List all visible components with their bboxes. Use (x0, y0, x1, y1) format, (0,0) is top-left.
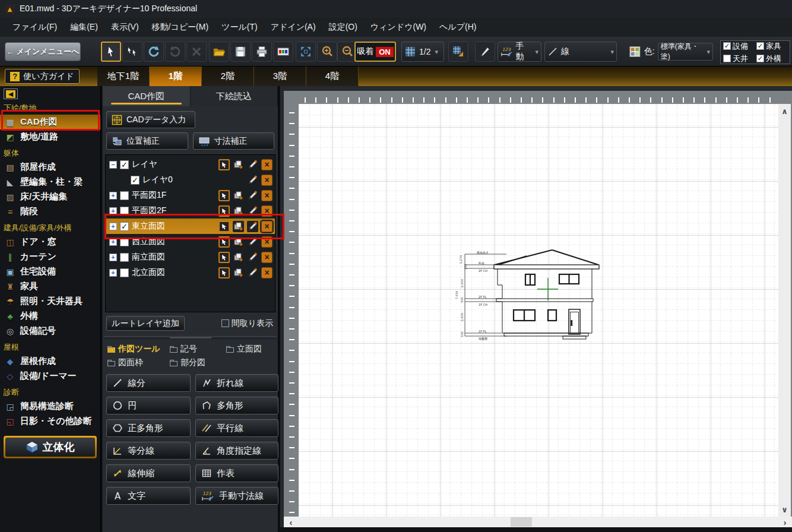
tool-manual-dimension[interactable]: 123手動寸法線 (195, 487, 278, 505)
sidebar-item-setsubi-kigo[interactable]: ◎設備記号 (0, 324, 100, 338)
layer-copy-icon[interactable] (233, 221, 244, 232)
sidebar-item-cad-sakuzu[interactable]: ▦CAD作図 (0, 115, 100, 129)
sidebar-item-kaidan[interactable]: ≡階段 (0, 204, 100, 219)
grid-scale-dropdown[interactable]: 1/2 ▾ (401, 42, 444, 62)
tab-shitae-yomikomi[interactable]: 下絵読込 (191, 86, 278, 106)
sidebar-item-shomei[interactable]: ☂照明・天井器具 (0, 294, 100, 309)
layer-delete-icon[interactable]: × (261, 221, 273, 232)
tool-polygon[interactable]: 多角形 (195, 397, 278, 414)
layer-delete-icon[interactable]: × (261, 159, 273, 170)
layer-copy-icon[interactable] (233, 267, 244, 278)
layer-edit-icon[interactable] (247, 252, 258, 263)
menu-help[interactable]: ヘルプ(H) (433, 20, 483, 35)
layer-select-icon[interactable] (218, 190, 230, 201)
check-kagu[interactable]: ✓家具 (756, 41, 790, 52)
line-type-dropdown[interactable]: 線 ▾ (544, 42, 617, 62)
horizontal-scrollbar[interactable]: ‹ › (284, 517, 792, 527)
add-root-layer-button[interactable]: ルートレイヤ追加 (106, 316, 185, 331)
layer-copy-icon[interactable] (233, 159, 244, 170)
expand-toggle-icon[interactable]: + (109, 223, 117, 230)
undo-button[interactable] (144, 42, 164, 62)
snap-toggle-button[interactable]: 吸着 ON (354, 42, 396, 62)
fit-view-button[interactable] (296, 42, 316, 62)
select-tool-button[interactable] (101, 42, 121, 62)
layer-delete-icon[interactable]: × (261, 205, 273, 217)
layer-select-icon[interactable] (218, 267, 230, 278)
layer-select-icon[interactable] (218, 236, 230, 248)
layer-delete-icon[interactable]: × (261, 175, 273, 186)
sidebar-item-kabe-hashira-hari[interactable]: ◣壁編集・柱・梁 (0, 175, 100, 189)
layer-copy-icon[interactable] (233, 236, 244, 248)
print-button[interactable] (252, 42, 272, 62)
layer-edit-icon[interactable] (247, 267, 258, 278)
layer-visible-checkbox[interactable]: ✓ (120, 222, 129, 231)
check-tenjo[interactable]: 天井 (723, 53, 756, 64)
position-correct-button[interactable]: 位置補正 (106, 132, 188, 150)
measure-button[interactable] (475, 42, 495, 62)
tool-parallel-lines[interactable]: 平行線 (195, 419, 278, 437)
layer-copy-icon[interactable] (233, 190, 244, 201)
scrollbar-thumb[interactable] (511, 517, 532, 527)
sidebar-item-yuka-tenjo[interactable]: ▨床/天井編集 (0, 189, 100, 204)
expand-toggle-icon[interactable]: + (109, 207, 117, 215)
tool-table[interactable]: 作表 (195, 464, 278, 482)
category-sakuzu-tool[interactable]: 作図ツール (107, 344, 170, 354)
menu-window[interactable]: ウィンドウ(W) (364, 20, 433, 35)
layer-select-icon[interactable] (218, 221, 230, 232)
layer-select-icon[interactable] (218, 159, 230, 170)
layer-edit-icon[interactable] (247, 236, 258, 248)
layer-select-icon[interactable] (218, 205, 230, 217)
cad-data-input-button[interactable]: CADデータ入力 (106, 111, 195, 128)
multi-select-tool-button[interactable] (122, 42, 142, 62)
layer-select-icon[interactable] (218, 252, 230, 263)
tool-angle-line[interactable]: 角度指定線 (195, 442, 278, 460)
scroll-up-icon[interactable]: ∧ (778, 105, 791, 117)
expand-toggle-icon[interactable]: + (109, 269, 117, 277)
sidebar-item-kagu[interactable]: ♜家具 (0, 279, 100, 294)
sidebar-item-gaiko[interactable]: ♣外構 (0, 309, 100, 324)
layer-delete-icon[interactable]: × (261, 267, 273, 278)
open-file-button[interactable] (209, 42, 229, 62)
dimension-correct-button[interactable]: 123 寸法補正 (193, 132, 275, 150)
menu-settings[interactable]: 設定(O) (322, 20, 364, 35)
layer-copy-icon[interactable] (233, 205, 244, 217)
layer-row[interactable]: + 平面図1F × (106, 188, 275, 203)
menu-move-copy[interactable]: 移動/コピー(M) (145, 20, 216, 35)
sidebar-item-kozo-shindan[interactable]: ◲簡易構造診断 (0, 399, 100, 414)
tab-cad-sakuzu[interactable]: CAD作図 (103, 86, 191, 106)
tool-line-stretch[interactable]: 線伸縮 (106, 464, 191, 482)
category-kigo[interactable]: 記号 (170, 344, 226, 354)
drawing-sheet[interactable]: 最高高さ 軒高 2F CH 2F FL 1F CH 1F FL 地盤面 1,27… (299, 104, 778, 517)
layer-row[interactable]: ✓ レイヤ0 × (106, 172, 275, 188)
redo-button[interactable] (165, 42, 185, 62)
sidebar-item-shikichi-doro[interactable]: ◩敷地/道路 (0, 129, 100, 144)
tool-circle[interactable]: 円 (106, 397, 191, 414)
layer-edit-icon[interactable] (247, 175, 258, 186)
pbd-export-button[interactable] (273, 42, 293, 62)
dimension-mode-dropdown[interactable]: 123 手動 ▾ (498, 42, 541, 62)
tool-text[interactable]: A文字 (106, 487, 191, 505)
expand-toggle-icon[interactable]: + (109, 238, 117, 246)
tab-floor2[interactable]: 2階 (202, 66, 254, 86)
layer-row[interactable]: + 北立面図 × (106, 265, 275, 280)
layer-edit-icon[interactable] (247, 159, 258, 170)
layer-row[interactable]: + 南立面図 × (106, 249, 275, 265)
sidebar-collapse-button[interactable]: ◀ (4, 88, 18, 99)
check-gaiko[interactable]: ✓外構 (756, 53, 790, 64)
menu-tools[interactable]: ツール(T) (215, 20, 264, 35)
tab-basement1[interactable]: 地下1階 (97, 66, 150, 86)
collapse-toggle-icon[interactable]: − (109, 161, 117, 169)
sidebar-item-hikage-shindan[interactable]: ◱日影・その他診断 (0, 414, 100, 429)
layer-visible-checkbox[interactable] (120, 268, 129, 277)
layer-row[interactable]: + 西立面図 × (106, 234, 275, 249)
layer-row-east-elevation[interactable]: + ✓ 東立面図 × (106, 218, 275, 234)
sidebar-item-dormer[interactable]: ◇設備/ドーマー (0, 369, 100, 384)
layer-visible-checkbox[interactable]: ✓ (131, 176, 140, 185)
category-ritsumenzu[interactable]: 立面図 (226, 344, 280, 354)
layer-delete-icon[interactable]: × (261, 236, 273, 248)
sidebar-item-curtain[interactable]: ∥カーテン (0, 249, 100, 264)
vertical-scrollbar[interactable]: ∧ ∨ (778, 104, 791, 517)
delete-button[interactable] (186, 42, 207, 62)
check-setsubi[interactable]: ✓設備 (723, 41, 756, 52)
scroll-down-icon[interactable]: ∨ (778, 504, 791, 515)
